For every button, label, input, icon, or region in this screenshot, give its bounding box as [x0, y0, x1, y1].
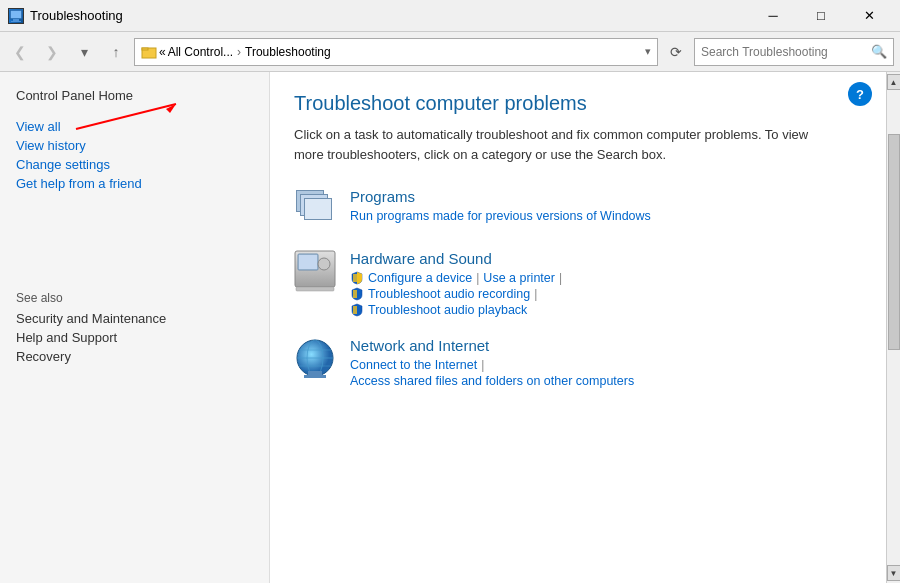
hardware-icon — [294, 250, 336, 292]
get-help-link[interactable]: Get help from a friend — [16, 176, 253, 191]
address-bar: ❮ ❯ ▾ ↑ « All Control... › Troubleshooti… — [0, 32, 900, 72]
close-button[interactable]: ✕ — [846, 1, 892, 31]
maximize-button[interactable]: □ — [798, 1, 844, 31]
programs-icon — [294, 188, 336, 230]
programs-title[interactable]: Programs — [350, 188, 651, 205]
svg-rect-12 — [296, 287, 334, 291]
sep-4: | — [481, 358, 484, 372]
svg-rect-1 — [11, 11, 21, 18]
configure-device-link[interactable]: Configure a device — [368, 271, 472, 285]
back-button[interactable]: ❮ — [6, 38, 34, 66]
access-shared-files-link[interactable]: Access shared files and folders on other… — [350, 374, 634, 388]
title-bar-left: Troubleshooting — [8, 8, 123, 24]
help-button[interactable]: ? — [848, 82, 872, 106]
svg-point-11 — [318, 258, 330, 270]
hardware-link-row-3: Troubleshoot audio playback — [350, 303, 562, 317]
control-panel-home-link[interactable]: Control Panel Home — [16, 88, 253, 103]
sep-2: | — [559, 271, 562, 285]
main-container: Control Panel Home View all View history… — [0, 72, 900, 583]
breadcrumb-parent: All Control... — [168, 45, 233, 59]
network-content: Network and Internet Connect to the Inte… — [350, 337, 634, 388]
scroll-space-top — [888, 90, 900, 133]
scrollbar[interactable]: ▲ ▼ — [886, 72, 900, 583]
shield-icon-1 — [350, 271, 364, 285]
network-link-row-2: Access shared files and folders on other… — [350, 374, 634, 388]
forward-button[interactable]: ❯ — [38, 38, 66, 66]
network-title[interactable]: Network and Internet — [350, 337, 634, 354]
use-printer-link[interactable]: Use a printer — [483, 271, 555, 285]
dropdown-history-button[interactable]: ▾ — [70, 38, 98, 66]
hardware-title[interactable]: Hardware and Sound — [350, 250, 562, 267]
programs-links: Run programs made for previous versions … — [350, 209, 651, 223]
svg-marker-7 — [166, 104, 176, 113]
help-support-link[interactable]: Help and Support — [16, 330, 253, 345]
sep-3: | — [534, 287, 537, 301]
up-button[interactable]: ↑ — [102, 38, 130, 66]
hardware-links: Configure a device | Use a printer | — [350, 271, 562, 317]
search-input[interactable] — [695, 39, 865, 65]
svg-rect-5 — [142, 48, 148, 50]
shield-icon-3 — [350, 303, 364, 317]
hardware-content: Hardware and Sound Con — [350, 250, 562, 317]
svg-rect-15 — [353, 306, 357, 314]
content-with-scrollbar: ? Troubleshoot computer problems Click o… — [270, 72, 900, 583]
see-also-title: See also — [16, 291, 253, 305]
app-icon — [8, 8, 24, 24]
breadcrumb-prefix: « — [159, 45, 166, 59]
category-hardware: Hardware and Sound Con — [294, 250, 862, 317]
page-title: Troubleshoot computer problems — [294, 92, 862, 115]
svg-rect-22 — [304, 375, 326, 378]
svg-line-6 — [76, 104, 176, 129]
category-network: Network and Internet Connect to the Inte… — [294, 337, 862, 388]
scroll-thumb[interactable] — [888, 134, 900, 350]
run-programs-link[interactable]: Run programs made for previous versions … — [350, 209, 651, 223]
hardware-link-row-1: Configure a device | Use a printer | — [350, 271, 562, 285]
search-icon-button[interactable]: 🔍 — [865, 39, 893, 65]
search-box[interactable]: 🔍 — [694, 38, 894, 66]
svg-rect-14 — [353, 290, 357, 298]
minimize-button[interactable]: ─ — [750, 1, 796, 31]
svg-rect-13 — [353, 274, 357, 282]
change-settings-link[interactable]: Change settings — [16, 157, 253, 172]
view-all-container: View all — [16, 119, 61, 138]
network-icon — [294, 337, 336, 379]
folder-icon — [141, 44, 157, 60]
window-controls: ─ □ ✕ — [750, 1, 892, 31]
svg-rect-21 — [308, 371, 322, 375]
content-area: ? Troubleshoot computer problems Click o… — [270, 72, 886, 583]
svg-rect-2 — [13, 19, 19, 21]
view-history-link[interactable]: View history — [16, 138, 253, 153]
troubleshoot-audio-playback-link[interactable]: Troubleshoot audio playback — [368, 303, 527, 317]
troubleshoot-audio-recording-link[interactable]: Troubleshoot audio recording — [368, 287, 530, 301]
see-also-section: See also Security and Maintenance Help a… — [16, 291, 253, 364]
scroll-down-button[interactable]: ▼ — [887, 565, 901, 581]
sep-1: | — [476, 271, 479, 285]
category-programs: Programs Run programs made for previous … — [294, 188, 862, 230]
network-links: Connect to the Internet | Access shared … — [350, 358, 634, 388]
recovery-link[interactable]: Recovery — [16, 349, 253, 364]
security-maintenance-link[interactable]: Security and Maintenance — [16, 311, 253, 326]
breadcrumb-current: Troubleshooting — [245, 45, 331, 59]
shield-icon-2 — [350, 287, 364, 301]
svg-rect-10 — [299, 255, 317, 269]
programs-content: Programs Run programs made for previous … — [350, 188, 651, 223]
address-dropdown-arrow[interactable]: ▾ — [645, 45, 651, 58]
breadcrumb: « All Control... › Troubleshooting — [141, 44, 331, 60]
refresh-button[interactable]: ⟳ — [662, 38, 690, 66]
svg-rect-3 — [11, 21, 21, 22]
address-box[interactable]: « All Control... › Troubleshooting ▾ — [134, 38, 658, 66]
network-link-row-1: Connect to the Internet | — [350, 358, 634, 372]
sidebar: Control Panel Home View all View history… — [0, 72, 270, 583]
scroll-up-button[interactable]: ▲ — [887, 74, 901, 90]
programs-link-row-1: Run programs made for previous versions … — [350, 209, 651, 223]
page-description: Click on a task to automatically trouble… — [294, 125, 814, 164]
view-all-link[interactable]: View all — [16, 119, 61, 134]
window-title: Troubleshooting — [30, 8, 123, 23]
title-bar: Troubleshooting ─ □ ✕ — [0, 0, 900, 32]
connect-internet-link[interactable]: Connect to the Internet — [350, 358, 477, 372]
hardware-link-row-2: Troubleshoot audio recording | — [350, 287, 562, 301]
breadcrumb-sep: › — [237, 45, 241, 59]
